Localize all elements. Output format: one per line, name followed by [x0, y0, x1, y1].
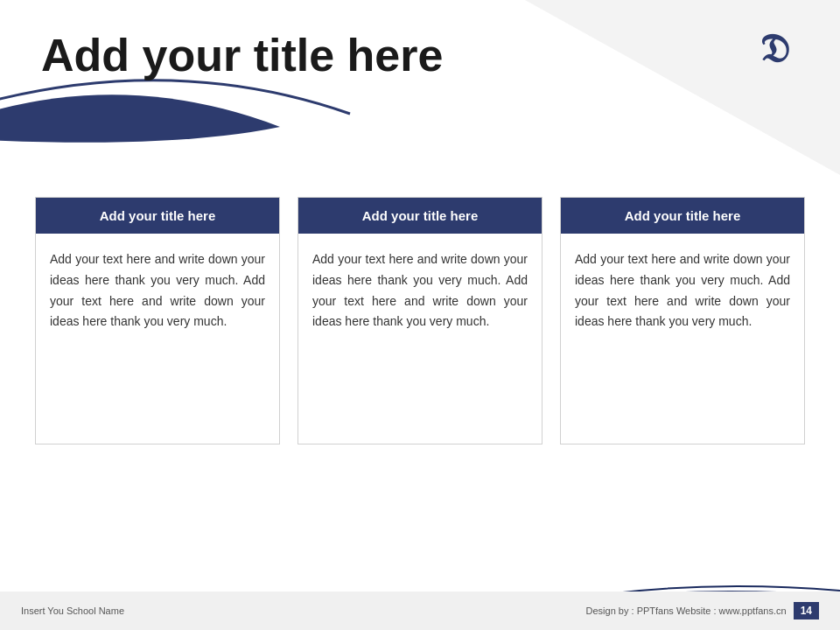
footer-design-credit: Design by : PPTfans Website : www.pptfan… [586, 606, 787, 616]
footer-right: Design by : PPTfans Website : www.pptfan… [586, 602, 819, 620]
card-1-header: Add your title here [36, 198, 279, 234]
cards-container: Add your title here Add your text here a… [35, 197, 805, 444]
footer-school-name: Insert You School Name [21, 606, 124, 616]
card-3-header: Add your title here [561, 198, 804, 234]
footer: Insert You School Name Design by : PPTfa… [0, 592, 840, 630]
card-1: Add your title here Add your text here a… [35, 197, 280, 444]
svg-text:𝔇: 𝔇 [760, 27, 789, 70]
card-2: Add your title here Add your text here a… [298, 197, 542, 444]
slide: 𝔇 Add your title here Add your title her… [0, 0, 840, 630]
footer-page-number: 14 [794, 602, 819, 620]
top-decoration [0, 0, 840, 175]
card-1-body: Add your text here and write down your i… [36, 234, 279, 444]
main-title: Add your title here [41, 28, 443, 82]
card-2-body: Add your text here and write down your i… [298, 234, 542, 444]
card-3-body: Add your text here and write down your i… [561, 234, 804, 444]
logo: 𝔇 [756, 24, 808, 77]
card-3: Add your title here Add your text here a… [560, 197, 805, 444]
card-2-header: Add your title here [298, 198, 542, 234]
